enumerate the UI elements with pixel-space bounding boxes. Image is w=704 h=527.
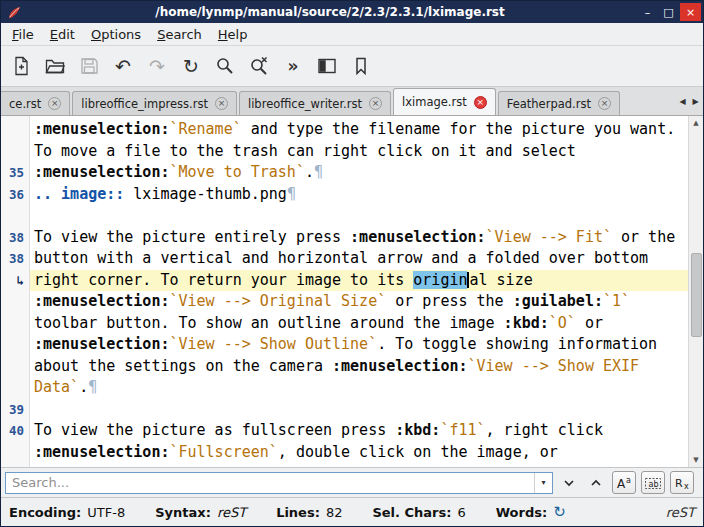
- editor-row[interactable]: [30, 399, 688, 421]
- tab-close-icon[interactable]: ×: [48, 97, 61, 110]
- find-next-button[interactable]: [558, 472, 580, 494]
- rest-role: :kbd:: [504, 314, 549, 332]
- rest-role: :menuselection:: [350, 228, 485, 246]
- vertical-scrollbar[interactable]: ▲ ▼: [688, 116, 703, 467]
- reload-button[interactable]: ↻: [178, 53, 204, 79]
- text: right corner. To return your image to it…: [34, 271, 413, 289]
- bookmark-icon: [350, 55, 372, 77]
- title-bar: /home/lynmp/manual/source/2/2.3/2.3.1/lx…: [1, 1, 703, 23]
- editor-row[interactable]: To view the picture as fullscreen press …: [30, 420, 688, 442]
- editor-row[interactable]: :menuselection:`View --> Original Size` …: [30, 291, 688, 313]
- tab-label: libreoffice_impress.rst: [81, 97, 208, 111]
- tab-lximage.rst[interactable]: lximage.rst×: [393, 88, 496, 115]
- tab-close-icon[interactable]: ×: [598, 97, 611, 110]
- undo-button[interactable]: ↶: [110, 53, 136, 79]
- jump-to-icon: »: [288, 56, 299, 76]
- chevron-up-icon: [588, 475, 604, 491]
- window-title: /home/lynmp/manual/source/2/2.3/2.3.1/lx…: [28, 5, 632, 19]
- editor-row[interactable]: .. image:: lximage-thumb.png¶: [30, 184, 688, 206]
- editor-row[interactable]: To view the picture entirely press :menu…: [30, 227, 688, 249]
- svg-text:ab: ab: [649, 479, 659, 488]
- status-value: 82: [326, 505, 343, 520]
- status-syntax-right: reST: [666, 505, 695, 520]
- editor-row[interactable]: :menuselection:`View --> Show Outline`. …: [30, 334, 688, 356]
- tab-Featherpad.rst[interactable]: Featherpad.rst×: [498, 91, 620, 115]
- scroll-tabs-left-button[interactable]: ◀: [676, 91, 689, 111]
- line-number: [1, 334, 29, 356]
- menu-help[interactable]: Help: [210, 25, 256, 44]
- find-icon: [214, 55, 236, 77]
- scrollbar-track[interactable]: [689, 130, 703, 453]
- text: .: [305, 163, 314, 181]
- selected-text: origin: [413, 271, 467, 289]
- menu-options[interactable]: Options: [83, 25, 149, 44]
- tab-libreoffice_impress.rst[interactable]: libreoffice_impress.rst×: [72, 91, 237, 115]
- tab-libreoffice_writer.rst[interactable]: libreoffice_writer.rst×: [239, 91, 391, 115]
- tab-close-icon[interactable]: ×: [369, 97, 382, 110]
- line-number-gutter: 35363838↳3940: [1, 116, 30, 467]
- regex-button[interactable]: Rx: [670, 471, 694, 494]
- match-case-button[interactable]: Aa: [612, 471, 636, 494]
- editor-row[interactable]: :menuselection:`Move to Trash`.¶: [30, 162, 688, 184]
- bookmark-button[interactable]: [348, 53, 374, 79]
- line-number: [1, 141, 29, 163]
- scroll-up-icon[interactable]: ▲: [689, 116, 703, 130]
- search-input[interactable]: [6, 475, 534, 490]
- editor-row[interactable]: Data`.¶: [30, 377, 688, 399]
- tab-close-icon[interactable]: ×: [474, 96, 487, 109]
- editor-row[interactable]: [30, 205, 688, 227]
- find-replace-button[interactable]: [246, 53, 272, 79]
- text: about the settings on the camera: [34, 357, 332, 375]
- pilcrow-mark: ¶: [314, 163, 323, 181]
- reload-icon: ↻: [183, 57, 199, 76]
- window-maximize-button[interactable]: □: [659, 3, 678, 21]
- rest-literal: `Move to Trash`: [169, 163, 304, 181]
- editor-row[interactable]: right corner. To return your image to it…: [30, 270, 688, 292]
- text-area[interactable]: :menuselection:`Rename` and type the fil…: [30, 116, 688, 467]
- editor-row[interactable]: button with a vertical and horizontal ar…: [30, 248, 688, 270]
- open-file-button[interactable]: [42, 53, 68, 79]
- editor-row[interactable]: :menuselection:`Fullscreen`, double clic…: [30, 442, 688, 464]
- svg-text:A: A: [617, 477, 626, 491]
- menu-file[interactable]: File: [4, 25, 42, 44]
- tab-close-icon[interactable]: ×: [215, 97, 228, 110]
- find-previous-button[interactable]: [585, 472, 607, 494]
- words-refresh-button[interactable]: ↻: [553, 505, 566, 520]
- window-minimize-button[interactable]: –: [638, 3, 657, 21]
- menu-edit[interactable]: Edit: [42, 25, 83, 44]
- window-close-button[interactable]: ×: [680, 3, 701, 21]
- rest-directive: .. image::: [34, 185, 124, 203]
- side-pane-button[interactable]: [314, 53, 340, 79]
- line-number: 40: [1, 420, 29, 442]
- scroll-tabs-right-button[interactable]: ▶: [689, 91, 702, 111]
- find-button[interactable]: [212, 53, 238, 79]
- editor-row[interactable]: toolbar button. To show an outline aroun…: [30, 313, 688, 335]
- rest-literal: `View --> Original Size`: [169, 292, 386, 310]
- editor[interactable]: 35363838↳3940 :menuselection:`Rename` an…: [1, 116, 703, 467]
- search-options: AaabRx: [558, 471, 694, 494]
- search-history-dropdown-icon[interactable]: ▾: [534, 473, 552, 493]
- rest-literal: `O`: [549, 314, 576, 332]
- status-encoding: Encoding:UTF-8: [9, 505, 125, 520]
- text: To view the picture entirely press: [34, 228, 350, 246]
- whole-word-button[interactable]: ab: [641, 471, 665, 494]
- menu-search[interactable]: Search: [149, 25, 210, 44]
- tab-ce.rst[interactable]: ce.rst×: [1, 91, 70, 115]
- status-syntax: Syntax:reST: [155, 505, 246, 520]
- scroll-down-icon[interactable]: ▼: [689, 453, 703, 467]
- scrollbar-thumb[interactable]: [691, 253, 702, 337]
- editor-row[interactable]: about the settings on the camera :menuse…: [30, 356, 688, 378]
- new-document-button[interactable]: [8, 53, 34, 79]
- jump-to-button[interactable]: »: [280, 53, 306, 79]
- line-number: [1, 291, 29, 313]
- open-folder-icon: [44, 55, 66, 77]
- editor-row[interactable]: :menuselection:`Rename` and type the fil…: [30, 119, 688, 141]
- status-value: reST: [217, 505, 246, 520]
- editor-row[interactable]: To move a file to the trash can right cl…: [30, 141, 688, 163]
- menu-bar: FileEditOptionsSearchHelp: [1, 23, 703, 46]
- line-number: [1, 442, 29, 464]
- tab-label: ce.rst: [9, 97, 41, 111]
- new-document-icon: [10, 55, 32, 77]
- pilcrow-mark: ¶: [287, 185, 296, 203]
- search-field[interactable]: ▾: [5, 472, 553, 494]
